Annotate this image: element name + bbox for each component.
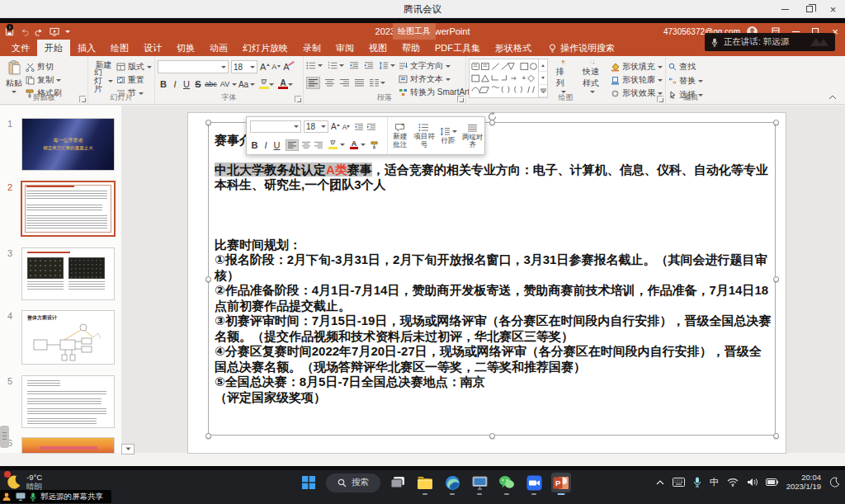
font-dialog-launcher[interactable] xyxy=(295,96,301,102)
numbering-button[interactable] xyxy=(328,61,338,70)
tab-shape-format[interactable]: 形状格式 xyxy=(488,40,539,56)
align-right-button[interactable] xyxy=(339,78,350,87)
paragraph-dialog-launcher[interactable] xyxy=(457,96,464,102)
slide-canvas[interactable]: 赛事介绍 中北大学教务处认定A类赛事，适合竞赛的相关专业方向：电子、计算机、信息… xyxy=(188,113,786,453)
tab-animations[interactable]: 动画 xyxy=(202,40,235,56)
tab-pdf-tools[interactable]: PDF工具集 xyxy=(427,40,488,56)
shape-outline-button[interactable]: 形状轮廓 xyxy=(611,74,663,86)
align-left-button[interactable] xyxy=(306,77,320,89)
mini-underline-button[interactable]: U xyxy=(272,140,281,150)
new-slide-button[interactable]: 新建 幻灯片 xyxy=(91,59,116,95)
mini-highlight-button[interactable] xyxy=(328,140,338,149)
mini-bullets-button[interactable]: 项目符 号 xyxy=(412,117,436,154)
font-size-combo[interactable]: 18 xyxy=(231,60,257,73)
shape-fill-button[interactable]: 形状填充 xyxy=(611,61,663,73)
underline-button[interactable]: U xyxy=(181,79,192,89)
meeting-restore-button[interactable] xyxy=(797,0,821,18)
start-button[interactable] xyxy=(299,473,319,492)
italic-button[interactable]: I xyxy=(169,79,181,89)
do-not-disturb-moon-icon[interactable] xyxy=(829,477,840,488)
ime-indicator[interactable]: 中 xyxy=(710,476,719,488)
grow-font-button[interactable]: A xyxy=(260,62,266,72)
clear-formatting-button[interactable]: A xyxy=(283,62,289,72)
battery-icon[interactable] xyxy=(766,478,778,486)
drawing-dialog-launcher[interactable] xyxy=(657,96,663,102)
mini-align-center-button[interactable] xyxy=(301,141,311,149)
highlight-color-button[interactable] xyxy=(259,79,269,89)
paste-button[interactable]: 粘贴 xyxy=(2,59,26,95)
slide-thumbnail-6[interactable] xyxy=(22,438,114,453)
mini-bold-button[interactable]: B xyxy=(250,140,259,150)
tencent-meeting-button[interactable] xyxy=(524,473,544,492)
justify-button[interactable] xyxy=(354,78,365,87)
double-strikethrough-button[interactable]: abc xyxy=(204,80,218,88)
mini-font-size-combo[interactable]: 18 xyxy=(304,120,328,133)
copy-button[interactable]: 复制 xyxy=(26,74,62,86)
align-text-button[interactable]: 对齐文本 xyxy=(399,73,477,85)
mini-grow-font-button[interactable]: A xyxy=(331,122,337,131)
arrange-button[interactable]: 排列 xyxy=(553,59,574,95)
slide-thumbnail-1[interactable]: 每一位开发者 都是夜空汇聚的星星之火 xyxy=(22,119,114,170)
clipboard-dialog-launcher[interactable] xyxy=(79,96,86,102)
tab-draw[interactable]: 绘图 xyxy=(103,40,136,56)
resize-handle-bottom-right[interactable] xyxy=(773,433,779,439)
mini-format-painter-button[interactable] xyxy=(371,141,379,149)
tab-record[interactable]: 录制 xyxy=(295,40,328,56)
character-spacing-button[interactable]: AV xyxy=(218,80,232,88)
task-view-button[interactable] xyxy=(388,473,408,492)
mini-increase-indent-button[interactable] xyxy=(366,123,376,131)
mini-font-color-button[interactable]: A xyxy=(350,140,358,149)
wechat-button[interactable] xyxy=(497,473,517,492)
wifi-icon[interactable] xyxy=(727,478,739,487)
bullets-button[interactable] xyxy=(306,61,316,70)
slide-thumbnail-4[interactable]: 整体方案设计 xyxy=(22,311,114,364)
volume-icon[interactable] xyxy=(747,478,758,487)
microphone-tray-icon[interactable] xyxy=(693,477,701,488)
mini-line-spacing-button[interactable]: 行距 xyxy=(437,117,460,154)
font-color-button[interactable]: A xyxy=(278,79,288,89)
resize-handle-top-left[interactable] xyxy=(205,120,211,125)
layout-button[interactable]: 版式 xyxy=(116,61,152,73)
increase-indent-button[interactable] xyxy=(364,61,374,70)
tab-transitions[interactable]: 切换 xyxy=(169,40,202,56)
cut-button[interactable]: 剪切 xyxy=(26,61,62,73)
font-name-combo[interactable] xyxy=(158,60,229,73)
mini-italic-button[interactable]: I xyxy=(262,140,270,150)
taskbar-weather-widget[interactable]: -9°C 晴朗 xyxy=(6,473,42,491)
screen-share-status-pill[interactable]: 郭远源的屏幕共享 xyxy=(0,490,111,503)
undo-button[interactable] xyxy=(20,27,29,36)
tab-design[interactable]: 设计 xyxy=(136,40,169,56)
hidden-icons-chevron[interactable] xyxy=(656,480,664,485)
taskbar-clock[interactable]: 20:04 2023/1/19 xyxy=(786,473,821,491)
taskbar-search[interactable]: 搜索 xyxy=(326,473,380,492)
resize-handle-top-right[interactable] xyxy=(773,120,779,125)
tab-help[interactable]: 帮助 xyxy=(394,40,427,56)
mini-align-right-button[interactable] xyxy=(314,141,323,149)
slide-thumbnail-3[interactable] xyxy=(22,248,114,299)
collapse-ribbon-button[interactable] xyxy=(828,95,837,100)
redo-button[interactable] xyxy=(35,27,44,36)
mini-shrink-font-button[interactable]: A xyxy=(342,123,347,131)
change-case-button[interactable]: Aa xyxy=(237,80,250,89)
mini-decrease-indent-button[interactable] xyxy=(354,123,364,131)
replace-button[interactable]: 替换 xyxy=(668,75,713,87)
decrease-indent-button[interactable] xyxy=(349,61,359,70)
mini-font-name-combo[interactable] xyxy=(250,120,301,133)
slide-thumbnail-2[interactable] xyxy=(21,181,116,237)
mini-new-comment-button[interactable]: 新建 批注 xyxy=(388,117,412,154)
save-button[interactable]: i xyxy=(5,27,14,36)
strikethrough-button[interactable]: S xyxy=(192,79,204,89)
textbox-selection-border[interactable] xyxy=(208,122,776,436)
meeting-minimize-button[interactable] xyxy=(773,0,797,18)
start-slideshow-button[interactable] xyxy=(50,27,59,36)
tab-review[interactable]: 审阅 xyxy=(328,40,361,56)
photos-app-button[interactable] xyxy=(470,473,489,492)
meeting-close-button[interactable]: × xyxy=(821,0,845,18)
resize-handle-bottom-center[interactable] xyxy=(489,433,495,439)
slide-thumbnail-5[interactable] xyxy=(22,376,114,427)
powerpoint-taskbar-button[interactable]: P xyxy=(551,473,571,492)
tab-home[interactable]: 开始 xyxy=(37,40,70,56)
bold-button[interactable]: B xyxy=(158,79,169,89)
line-spacing-button[interactable] xyxy=(379,61,389,70)
tab-view[interactable]: 视图 xyxy=(361,40,394,56)
